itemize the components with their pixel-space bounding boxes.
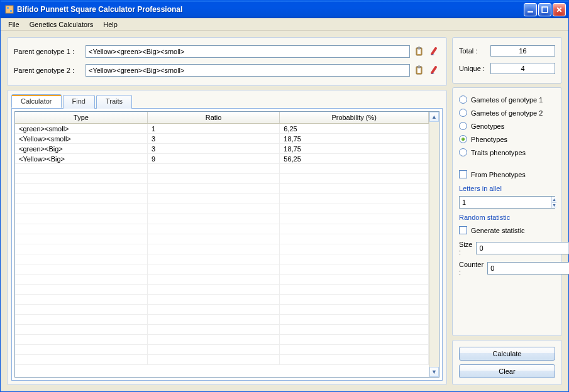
minimize-button[interactable] [524,3,537,16]
counter-label: Counter : [459,261,483,276]
cell-ratio [147,325,279,335]
menubar: File Genetics Calculators Help [1,18,568,31]
radio-gametes1[interactable]: Gametes of genotype 1 [459,94,555,105]
check-generate-statistic[interactable]: Generate statistic [459,225,555,236]
clear-icon[interactable] [429,65,440,76]
table-row[interactable]: <Yellow><Big>956,25 [15,154,429,164]
table-row[interactable] [15,305,429,315]
letters-input[interactable] [460,197,551,208]
calculate-button[interactable]: Calculate [459,347,555,361]
cell-ratio [147,315,279,325]
titlebar[interactable]: Bifido Punnett Square Calculator Profess… [1,1,568,18]
table-row[interactable] [15,285,429,295]
table-row[interactable] [15,295,429,305]
cell-type [15,264,147,275]
col-ratio[interactable]: Ratio [147,112,279,124]
maximize-button[interactable] [538,3,551,16]
app-icon [4,4,14,14]
menu-file[interactable]: File [3,19,25,30]
table-row[interactable] [15,325,429,335]
cell-type [15,325,147,335]
cell-type [15,164,147,174]
cell-prob [280,234,429,244]
radio-phenotypes[interactable]: Phenotypes [459,134,555,144]
size-spinner[interactable]: ▲▼ [476,242,569,254]
vertical-scrollbar[interactable]: ▲ ▼ [429,112,439,377]
table-row[interactable] [15,224,429,234]
cell-ratio [147,305,279,315]
scroll-down-icon[interactable]: ▼ [429,367,439,377]
unique-label: Unique : [459,65,487,72]
check-label: Generate statistic [471,227,525,234]
table-row[interactable] [15,244,429,254]
svg-rect-0 [6,6,13,13]
cell-ratio: 1 [147,124,279,134]
table-row[interactable] [15,174,429,184]
table-row[interactable] [15,234,429,244]
table-row[interactable] [15,254,429,264]
tab-calculator[interactable]: Calculator [11,94,62,108]
col-probability[interactable]: Probability (%) [280,112,429,124]
table-row[interactable] [15,194,429,204]
col-type[interactable]: Type [15,112,147,124]
check-label: From Phenotypes [471,171,526,178]
check-from-phenotypes[interactable]: From Phenotypes [459,169,555,180]
clear-button[interactable]: Clear [459,364,555,378]
radio-gametes2[interactable]: Gametes of genotype 2 [459,107,555,118]
cell-prob [280,184,429,194]
table-row[interactable] [15,214,429,224]
radio-label: Phenotypes [471,136,507,143]
clear-icon[interactable] [429,46,440,57]
cell-prob [280,335,429,345]
table-row[interactable]: <green><Big>318,75 [15,144,429,154]
total-label: Total : [459,47,487,55]
radio-traits-phenotypes[interactable]: Traits phenotypes [459,147,555,158]
scroll-up-icon[interactable]: ▲ [429,112,439,122]
table-row[interactable]: <green><smoll>16,25 [15,124,429,134]
parent1-input[interactable] [86,45,410,58]
parent-genotype-panel: Parent genotype 1 : Parent genotype 2 : [7,37,447,86]
table-row[interactable] [15,184,429,194]
table-row[interactable] [15,275,429,285]
cell-type [15,355,147,365]
svg-rect-6 [417,49,421,54]
parent2-input[interactable] [86,64,410,77]
cell-prob [280,244,429,254]
paste-icon[interactable] [414,46,425,57]
cell-type [15,204,147,214]
spin-up-icon[interactable]: ▲ [552,197,556,203]
cell-ratio: 9 [147,154,279,164]
letters-spinner[interactable]: ▲▼ [459,196,555,209]
tab-traits[interactable]: Traits [96,95,132,109]
menu-help[interactable]: Help [98,19,123,30]
cell-prob [280,164,429,174]
menu-genetics-calculators[interactable]: Genetics Calculators [25,19,99,30]
cell-prob [280,174,429,184]
table-row[interactable] [15,204,429,214]
radio-genotypes[interactable]: Genotypes [459,121,555,131]
table-row[interactable] [15,355,429,365]
results-grid[interactable]: Type Ratio Probability (%) <green><smoll… [15,112,429,377]
spin-down-icon[interactable]: ▼ [552,203,556,209]
results-table-wrap: Type Ratio Probability (%) <green><smoll… [14,111,439,378]
radio-label: Gametes of genotype 1 [471,96,543,104]
size-label: Size : [459,241,472,256]
tab-find[interactable]: Find [63,95,95,109]
table-row[interactable] [15,315,429,325]
paste-icon[interactable] [414,65,425,76]
size-input[interactable] [477,242,568,254]
counter-field [487,262,569,275]
cell-ratio [147,194,279,204]
radio-label: Genotypes [471,122,504,130]
table-row[interactable] [15,164,429,174]
cell-prob [280,295,429,305]
svg-rect-10 [418,66,421,68]
table-row[interactable] [15,264,429,275]
table-row[interactable] [15,345,429,355]
table-row[interactable] [15,335,429,345]
close-button[interactable] [553,3,566,16]
table-row[interactable]: <Yellow><smoll>318,75 [15,134,429,144]
cell-prob [280,264,429,275]
cell-ratio [147,275,279,285]
cell-type [15,295,147,305]
